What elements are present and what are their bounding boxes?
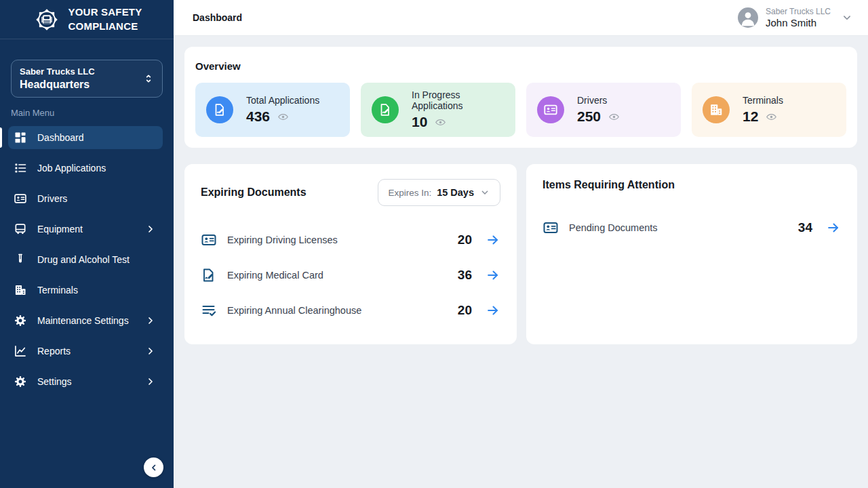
gear-icon — [14, 314, 27, 327]
stat-value: 250 — [577, 108, 601, 125]
expiring-documents-rows: Expiring Driving Licenses 20 — [201, 222, 500, 328]
sidebar-item-reports[interactable]: Reports — [8, 340, 163, 363]
stat-card-terminals: Terminals 12 — [692, 83, 846, 137]
application-document-icon — [372, 96, 399, 123]
sidebar-item-label: Drug and Alcohol Test — [37, 254, 156, 265]
attention-rows: Pending Documents 34 — [542, 210, 841, 245]
sidebar: YOUR SAFETY COMPLIANCE Saber Trucks LLC … — [0, 0, 174, 488]
sidebar-item-label: Dashboard — [37, 132, 156, 143]
avatar — [738, 7, 758, 28]
stat-label: Total Applications — [246, 95, 319, 106]
row-label: Pending Documents — [569, 222, 798, 233]
expires-in-dropdown[interactable]: Expires In: 15 Days — [378, 179, 500, 206]
items-requiring-attention-card: Items Requiring Attention — [526, 164, 857, 344]
stat-card-drivers: Drivers 250 — [526, 83, 681, 137]
building-icon — [703, 96, 730, 123]
sidebar-item-dashboard[interactable]: Dashboard — [8, 126, 163, 149]
sidebar-item-label: Settings — [37, 376, 145, 387]
id-card-icon — [14, 192, 27, 205]
attention-title: Items Requiring Attention — [542, 179, 675, 191]
user-company: Saber Trucks LLC — [766, 7, 831, 16]
top-bar: Dashboard Saber Trucks LLC John Smith — [174, 0, 868, 36]
application-document-icon — [206, 96, 233, 123]
sidebar-item-settings[interactable]: Settings — [8, 370, 163, 393]
sidebar-item-label: Maintenance Settings — [37, 315, 145, 326]
stat-label: Drivers — [577, 95, 620, 106]
arrow-right-icon[interactable] — [486, 232, 500, 247]
sidebar-item-job-applications[interactable]: Job Applications — [8, 157, 163, 180]
eye-icon[interactable] — [608, 111, 620, 123]
row-pending-documents: Pending Documents 34 — [542, 210, 841, 245]
expires-in-label: Expires In: — [388, 188, 431, 198]
brand-name: YOUR SAFETY COMPLIANCE — [68, 5, 142, 33]
test-tube-icon — [14, 253, 27, 266]
stat-card-total-applications: Total Applications 436 — [195, 83, 350, 137]
id-card-icon — [542, 220, 559, 236]
chevron-right-icon — [145, 224, 156, 235]
sidebar-item-drug-alcohol-test[interactable]: Drug and Alcohol Test — [8, 248, 163, 271]
expires-in-value: 15 Days — [437, 187, 474, 198]
main-area: Dashboard Saber Trucks LLC John Smith Ov… — [174, 0, 868, 488]
user-name: John Smith — [766, 17, 831, 28]
row-count: 34 — [798, 220, 812, 235]
id-card-icon — [537, 96, 564, 123]
eye-icon[interactable] — [277, 111, 289, 123]
chevron-down-icon — [479, 187, 490, 198]
id-card-icon — [201, 232, 217, 248]
sidebar-item-terminals[interactable]: Terminals — [8, 279, 163, 302]
dashboard-icon — [14, 131, 27, 144]
row-expiring-medical-card: Expiring Medical Card 36 — [201, 258, 500, 293]
sidebar-nav: Dashboard Job Applications — [0, 126, 174, 393]
expiring-documents-card: Expiring Documents Expires In: 15 Days — [184, 164, 517, 344]
chevron-right-icon — [145, 346, 156, 357]
chevron-left-icon — [149, 463, 159, 472]
bottom-cards-row: Expiring Documents Expires In: 15 Days — [184, 164, 857, 344]
content: Overview Total Applications 436 — [174, 36, 868, 488]
list-check-icon — [201, 302, 217, 319]
sidebar-item-label: Reports — [37, 346, 145, 357]
company-name: Saber Trucks LLC — [20, 66, 95, 77]
sidebar-item-label: Drivers — [37, 193, 156, 204]
chevron-right-icon — [145, 376, 156, 387]
document-edit-icon — [201, 267, 217, 283]
stat-value: 436 — [246, 108, 270, 125]
row-count: 36 — [458, 268, 472, 283]
expiring-documents-title: Expiring Documents — [201, 186, 307, 199]
arrow-right-icon[interactable] — [826, 220, 841, 235]
sidebar-item-label: Equipment — [37, 224, 145, 235]
menu-section-label: Main Menu — [11, 108, 163, 118]
app-logo-badge-icon — [32, 5, 62, 35]
company-selector[interactable]: Saber Trucks LLC Headquarters — [11, 60, 163, 98]
sidebar-item-drivers[interactable]: Drivers — [8, 187, 163, 210]
brand-header: YOUR SAFETY COMPLIANCE — [0, 0, 174, 39]
eye-icon[interactable] — [766, 111, 777, 123]
chevron-right-icon — [145, 315, 156, 326]
eye-icon[interactable] — [435, 117, 446, 128]
stat-label: In Progress Applications — [412, 89, 505, 111]
truck-icon — [14, 222, 27, 236]
row-count: 20 — [458, 303, 472, 318]
user-menu[interactable]: Saber Trucks LLC John Smith — [738, 7, 853, 28]
row-expiring-annual-clearinghouse: Expiring Annual Clearinghouse 20 — [201, 293, 500, 328]
sidebar-item-equipment[interactable]: Equipment — [8, 218, 163, 241]
stat-label: Terminals — [743, 95, 783, 106]
row-label: Expiring Annual Clearinghouse — [227, 305, 458, 316]
overview-title: Overview — [195, 60, 846, 72]
row-label: Expiring Medical Card — [227, 270, 458, 281]
sidebar-collapse-button[interactable] — [144, 458, 163, 477]
chevron-up-down-icon — [143, 73, 154, 85]
building-icon — [14, 283, 27, 297]
stat-value: 10 — [412, 114, 427, 130]
page-title: Dashboard — [193, 12, 242, 23]
sidebar-item-label: Job Applications — [37, 163, 156, 174]
stat-card-in-progress-applications: In Progress Applications 10 — [361, 83, 515, 137]
chevron-down-icon — [841, 12, 853, 24]
stats-grid: Total Applications 436 — [195, 83, 846, 137]
row-count: 20 — [458, 232, 472, 247]
sidebar-item-maintenance-settings[interactable]: Maintenance Settings — [8, 309, 163, 332]
arrow-right-icon[interactable] — [486, 303, 500, 318]
arrow-right-icon[interactable] — [486, 268, 500, 283]
sidebar-item-label: Terminals — [37, 285, 156, 296]
stat-value: 12 — [743, 108, 758, 125]
list-icon — [14, 161, 27, 175]
